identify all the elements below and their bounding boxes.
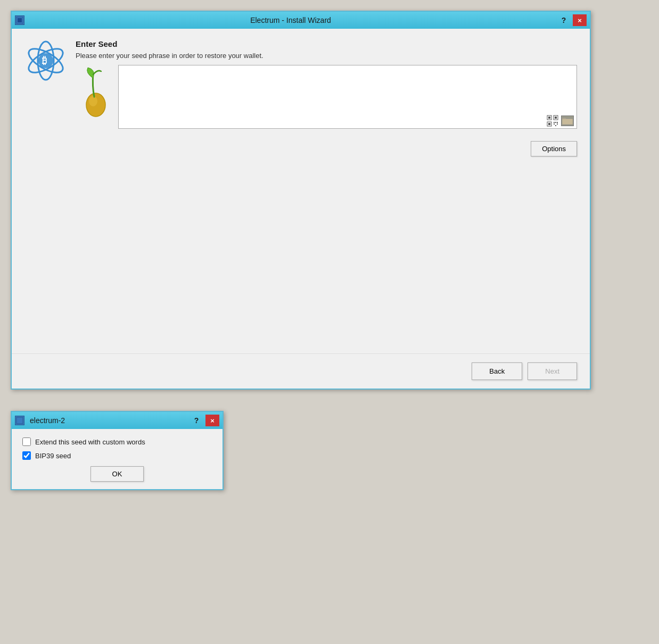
svg-rect-22 — [17, 417, 23, 424]
dialog-title: electrum-2 — [28, 416, 65, 425]
help-button[interactable]: ? — [557, 14, 571, 26]
header-section: ₿ Enter Seed Please enter your seed phra… — [24, 39, 577, 130]
titlebar-left — [15, 15, 24, 25]
window-icon — [15, 15, 24, 25]
svg-rect-18 — [554, 123, 555, 125]
svg-rect-14 — [548, 123, 550, 125]
svg-point-8 — [89, 96, 97, 106]
qr-code-icon[interactable] — [546, 114, 559, 127]
extend-seed-label[interactable]: Extend this seed with custom words — [35, 438, 145, 446]
dialog-content: Extend this seed with custom words BIP39… — [12, 429, 223, 489]
page-subtitle: Please enter your seed phrase in order t… — [76, 52, 577, 60]
folder-icon[interactable] — [561, 115, 574, 126]
logo-area: ₿ — [24, 39, 67, 82]
dialog-window: electrum-2 ? × Extend this seed with cus… — [11, 411, 224, 490]
seed-input-container — [118, 65, 577, 130]
seed-icons — [546, 114, 574, 127]
svg-rect-1 — [18, 18, 22, 22]
dialog-titlebar-left: electrum-2 — [15, 416, 65, 425]
svg-rect-15 — [554, 122, 555, 123]
seed-input-area — [76, 65, 577, 130]
ok-button[interactable]: OK — [90, 466, 144, 482]
svg-rect-16 — [555, 122, 556, 123]
bip39-row: BIP39 seed — [22, 451, 212, 460]
dialog-titlebar: electrum-2 ? × — [12, 412, 223, 429]
main-content: ₿ Enter Seed Please enter your seed phra… — [12, 29, 590, 353]
svg-rect-20 — [557, 123, 558, 125]
svg-text:₿: ₿ — [42, 55, 47, 66]
main-window-title: Electrum - Install Wizard — [24, 16, 557, 24]
bottom-buttons: Back Next — [12, 353, 590, 389]
seed-input[interactable] — [118, 65, 577, 129]
next-button[interactable]: Next — [528, 362, 577, 380]
dialog-titlebar-controls: ? × — [190, 415, 219, 426]
seed-image — [76, 65, 113, 118]
titlebar-controls: ? × — [557, 14, 587, 26]
main-window: Electrum - Install Wizard ? × ₿ — [11, 11, 591, 390]
extend-seed-checkbox[interactable] — [22, 437, 31, 446]
seed-sprout-icon — [77, 65, 112, 118]
options-button[interactable]: Options — [531, 141, 577, 156]
extend-seed-row: Extend this seed with custom words — [22, 437, 212, 446]
options-row: Options — [24, 141, 577, 156]
svg-rect-12 — [555, 117, 557, 119]
dialog-close-button[interactable]: × — [205, 415, 219, 426]
close-button[interactable]: × — [573, 14, 587, 26]
svg-rect-19 — [555, 125, 556, 126]
dialog-help-button[interactable]: ? — [190, 415, 203, 426]
svg-rect-10 — [548, 117, 550, 119]
svg-rect-17 — [557, 122, 558, 123]
electrum-logo-icon: ₿ — [24, 39, 67, 82]
dialog-window-icon — [15, 416, 24, 425]
main-titlebar: Electrum - Install Wizard ? × — [12, 12, 590, 29]
bip39-label[interactable]: BIP39 seed — [35, 452, 71, 460]
ok-row: OK — [22, 466, 212, 482]
back-button[interactable]: Back — [472, 362, 522, 380]
page-title: Enter Seed — [76, 39, 577, 48]
content-spacer — [24, 156, 577, 343]
bip39-checkbox[interactable] — [22, 451, 31, 460]
svg-rect-21 — [562, 119, 573, 125]
header-text: Enter Seed Please enter your seed phrase… — [76, 39, 577, 130]
